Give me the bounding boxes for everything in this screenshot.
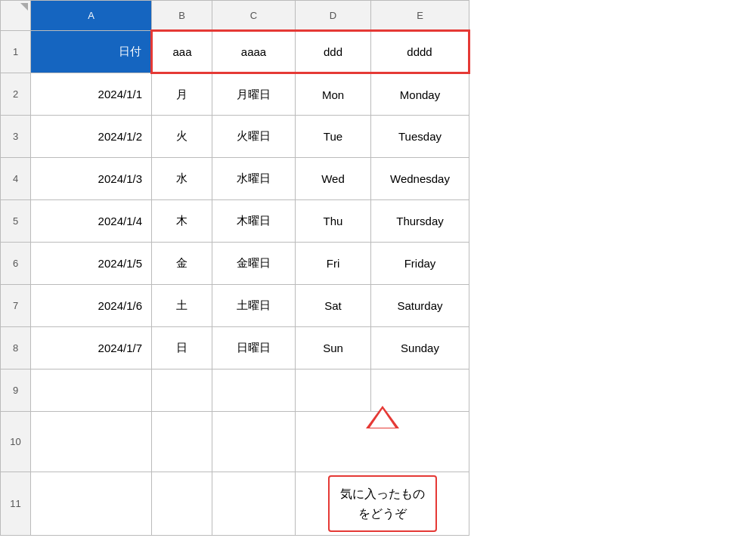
- callout-box-cell: 気に入ったもの をどうぞ: [296, 472, 469, 536]
- cell-5a[interactable]: 2024/1/4: [31, 200, 152, 243]
- cell-10a[interactable]: [31, 412, 152, 472]
- cell-1c[interactable]: aaaa: [212, 31, 296, 73]
- cell-3e[interactable]: Tuesday: [371, 116, 469, 158]
- cell-7c[interactable]: 土曜日: [212, 285, 296, 327]
- cell-9d[interactable]: [296, 369, 371, 412]
- cell-10c[interactable]: [212, 412, 296, 472]
- cell-5b[interactable]: 木: [152, 200, 212, 243]
- callout-box: 気に入ったもの をどうぞ: [328, 475, 437, 532]
- cell-2c[interactable]: 月曜日: [212, 73, 296, 116]
- col-header-d[interactable]: D: [296, 1, 371, 31]
- cell-4c[interactable]: 水曜日: [212, 158, 296, 200]
- row-header-2: 2: [1, 73, 31, 116]
- cell-5c[interactable]: 木曜日: [212, 200, 296, 243]
- cell-8e[interactable]: Sunday: [371, 327, 469, 369]
- cell-5d[interactable]: Thu: [296, 200, 371, 243]
- row-header-3: 3: [1, 116, 31, 158]
- cell-6d[interactable]: Fri: [296, 243, 371, 285]
- table-row: 4 2024/1/3 水 水曜日 Wed Wednesday: [1, 158, 469, 200]
- table-row: 8 2024/1/7 日 日曜日 Sun Sunday: [1, 327, 469, 369]
- cell-3d[interactable]: Tue: [296, 116, 371, 158]
- table-row: 10: [1, 412, 469, 472]
- cell-6b[interactable]: 金: [152, 243, 212, 285]
- cell-2e[interactable]: Monday: [371, 73, 469, 116]
- row-header-8: 8: [1, 327, 31, 369]
- cell-4d[interactable]: Wed: [296, 158, 371, 200]
- cell-8c[interactable]: 日曜日: [212, 327, 296, 369]
- table-row: 5 2024/1/4 木 木曜日 Thu Thursday: [1, 200, 469, 243]
- row-header-11: 11: [1, 472, 31, 536]
- cell-9a[interactable]: [31, 369, 152, 412]
- cell-9c[interactable]: [212, 369, 296, 412]
- cell-3c[interactable]: 火曜日: [212, 116, 296, 158]
- table-row: 2 2024/1/1 月 月曜日 Mon Monday: [1, 73, 469, 116]
- cell-8a[interactable]: 2024/1/7: [31, 327, 152, 369]
- table-row: 11 気に入ったもの をどうぞ: [1, 472, 469, 536]
- callout-text-line2: をどうぞ: [358, 507, 407, 520]
- col-header-a[interactable]: A: [31, 1, 152, 31]
- cell-6e[interactable]: Friday: [371, 243, 469, 285]
- table-row: 6 2024/1/5 金 金曜日 Fri Friday: [1, 243, 469, 285]
- table-row: 9: [1, 369, 469, 412]
- row-header-9: 9: [1, 369, 31, 412]
- cell-6c[interactable]: 金曜日: [212, 243, 296, 285]
- table-row: 3 2024/1/2 火 火曜日 Tue Tuesday: [1, 116, 469, 158]
- cell-4e[interactable]: Wednesday: [371, 158, 469, 200]
- cell-1e[interactable]: dddd: [371, 31, 469, 73]
- cell-2b[interactable]: 月: [152, 73, 212, 116]
- cell-7e[interactable]: Saturday: [371, 285, 469, 327]
- table-row: 1 日付 aaa aaaa ddd dddd: [1, 31, 469, 73]
- corner-cell: [1, 1, 31, 31]
- cell-2d[interactable]: Mon: [296, 73, 371, 116]
- row-header-1: 1: [1, 31, 31, 73]
- row-header-5: 5: [1, 200, 31, 243]
- cell-11a[interactable]: [31, 472, 152, 536]
- cell-1a[interactable]: 日付: [31, 31, 152, 73]
- cell-1b[interactable]: aaa: [152, 31, 212, 73]
- cell-9b[interactable]: [152, 369, 212, 412]
- spreadsheet: A B C D E 1 日付 aaa aaaa ddd dddd 2 2024/…: [0, 0, 470, 536]
- row-header-10: 10: [1, 412, 31, 472]
- cell-8b[interactable]: 日: [152, 327, 212, 369]
- callout-area: [296, 412, 469, 472]
- table-row: 7 2024/1/6 土 土曜日 Sat Saturday: [1, 285, 469, 327]
- col-header-e[interactable]: E: [371, 1, 469, 31]
- cell-10b[interactable]: [152, 412, 212, 472]
- col-header-c[interactable]: C: [212, 1, 296, 31]
- cell-11b[interactable]: [152, 472, 212, 536]
- col-header-b[interactable]: B: [152, 1, 212, 31]
- cell-5e[interactable]: Thursday: [371, 200, 469, 243]
- cell-4b[interactable]: 水: [152, 158, 212, 200]
- cell-7d[interactable]: Sat: [296, 285, 371, 327]
- cell-7b[interactable]: 土: [152, 285, 212, 327]
- cell-8d[interactable]: Sun: [296, 327, 371, 369]
- cell-7a[interactable]: 2024/1/6: [31, 285, 152, 327]
- row-header-6: 6: [1, 243, 31, 285]
- cell-4a[interactable]: 2024/1/3: [31, 158, 152, 200]
- row-header-7: 7: [1, 285, 31, 327]
- callout-text-line1: 気に入ったもの: [340, 487, 425, 500]
- cell-11c[interactable]: [212, 472, 296, 536]
- cell-3b[interactable]: 火: [152, 116, 212, 158]
- cell-1d[interactable]: ddd: [296, 31, 371, 73]
- cell-3a[interactable]: 2024/1/2: [31, 116, 152, 158]
- cell-6a[interactable]: 2024/1/5: [31, 243, 152, 285]
- row-header-4: 4: [1, 158, 31, 200]
- cell-2a[interactable]: 2024/1/1: [31, 73, 152, 116]
